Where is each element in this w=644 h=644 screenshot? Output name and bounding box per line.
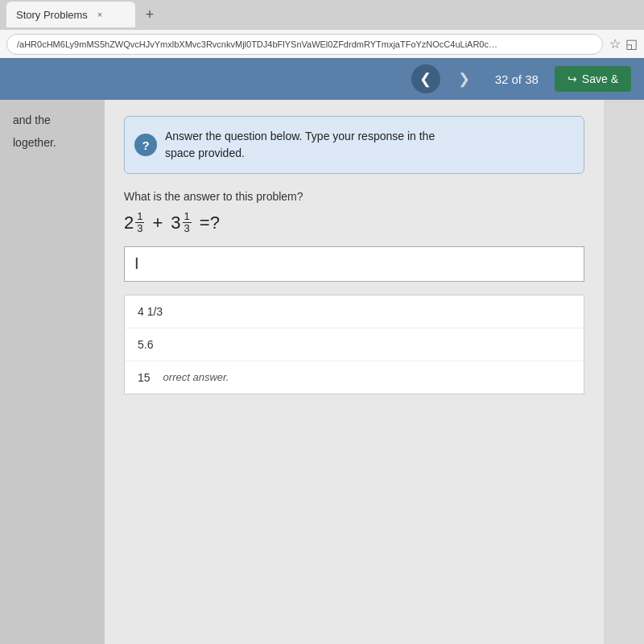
answer-choices: 4 1/3 5.6 15 orrect answer. [124,295,584,394]
answer-choice-1[interactable]: 4 1/3 [125,295,584,328]
extensions-icon[interactable]: ◱ [625,36,638,52]
answer-input-container[interactable]: I [124,246,584,282]
bookmark-icon[interactable]: ☆ [609,36,621,52]
main-content: and the logether. ? Answer the question … [0,100,644,644]
instruction-line1: Answer the question below. Type your res… [165,130,435,142]
new-tab-button[interactable]: + [138,3,161,26]
question-icon: ? [134,134,157,156]
math-expression: 2 1 3 + 3 1 3 =? [124,211,584,235]
url-text: /aHR0cHM6Ly9mMS5hZWQvcHJvYmxlbXMvc3Rvcnk… [17,39,500,49]
right-panel [604,100,644,644]
address-icons: ☆ ◱ [609,36,638,52]
choice-3-text: 15 [138,371,151,384]
denominator-2: 3 [183,223,192,234]
progress-indicator: 32 of 38 [495,72,539,86]
save-icon: ↪ [568,72,577,85]
left-sidebar: and the logether. [0,100,105,644]
question-label: What is the answer to this problem? [124,190,584,203]
numerator-2: 1 [183,211,192,223]
correct-answer-note: orrect answer. [163,371,229,383]
equals-sign: =? [200,213,220,233]
tab-label: Story Problems [16,9,88,21]
address-bar: /aHR0cHM6Ly9mMS5hZWQvcHJvYmxlbXMvc3Rvcnk… [0,29,644,58]
fraction-1: 1 3 [135,211,144,235]
sidebar-text-2: logether. [13,135,92,151]
denominator-1: 3 [135,223,144,234]
text-cursor: I [134,254,139,273]
url-field[interactable]: /aHR0cHM6Ly9mMS5hZWQvcHJvYmxlbXMvc3Rvcnk… [6,34,603,55]
answer-choice-3[interactable]: 15 orrect answer. [125,361,584,394]
browser-tab[interactable]: Story Problems × [6,2,135,27]
fraction-2: 1 3 [183,211,192,235]
numerator-1: 1 [135,211,144,223]
instruction-text: Answer the question below. Type your res… [165,128,571,162]
save-button[interactable]: ↪ Save & [555,66,631,92]
whole-1: 2 [124,213,134,233]
sidebar-text-1: and the [13,113,92,129]
app-toolbar: ❮ ❯ 32 of 38 ↪ Save & [0,58,644,100]
second-mixed-number: 3 1 3 [171,211,191,235]
content-panel: ? Answer the question below. Type your r… [105,100,604,644]
instruction-box: ? Answer the question below. Type your r… [124,116,584,174]
next-button[interactable]: ❯ [450,64,479,93]
answer-choice-2[interactable]: 5.6 [125,328,584,361]
instruction-line2: space provided. [165,147,245,159]
save-label: Save & [582,72,618,85]
choice-1-text: 4 1/3 [138,305,163,318]
prev-button[interactable]: ❮ [411,64,440,93]
browser-chrome: Story Problems × + /aHR0cHM6Ly9mMS5hZWQv… [0,0,644,58]
tab-bar: Story Problems × + [0,0,644,29]
first-mixed-number: 2 1 3 [124,211,144,235]
tab-close-button[interactable]: × [94,9,105,20]
choice-2-text: 5.6 [138,338,153,351]
operator: + [152,213,163,233]
whole-2: 3 [171,213,180,233]
